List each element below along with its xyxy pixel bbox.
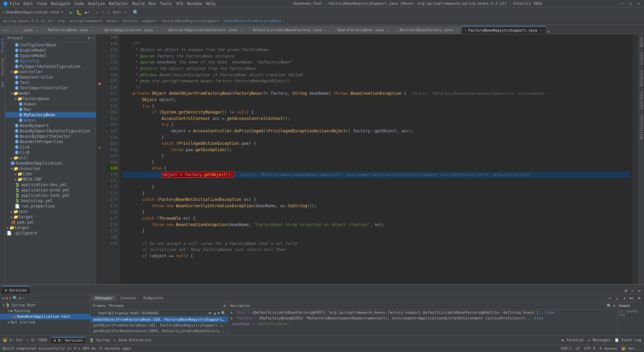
menu-view[interactable]: View (37, 1, 47, 6)
tab-abstractbeanfactory-close[interactable]: ✕ (456, 28, 458, 32)
vtab-sonarqube[interactable]: SonarQube (639, 89, 644, 112)
services-expand[interactable]: + (9, 296, 11, 300)
service-notstarted[interactable]: ▶ Not Started (0, 319, 90, 325)
tree-item-metainf[interactable]: ▶ 📁 META-INF (5, 177, 96, 182)
service-springboot[interactable]: ▼ 🍃 Spring Boot (0, 302, 90, 308)
thread-up[interactable]: ▲ (214, 311, 216, 315)
tree-item-target1[interactable]: ▶ 📁 target (5, 214, 96, 220)
tree-item-beansbyimport[interactable]: C BeansByImportSelector (5, 134, 96, 139)
code-editor[interactable]: /** * Obtain an object to expose from th… (120, 34, 633, 284)
maximize-button[interactable]: □ (628, 1, 633, 6)
menu-analyze[interactable]: Analyze (88, 1, 105, 6)
var-view-link[interactable]: View (545, 310, 554, 315)
variables-settings[interactable]: ⚙ (613, 304, 615, 308)
tree-item-cicb[interactable]: C CicB (5, 150, 96, 155)
tab-defaultlistable[interactable]: C DefaultListableBeanFactory.java ✕ (246, 26, 330, 34)
indent[interactable]: 4 spaces (599, 346, 617, 351)
tree-item-bootstrap[interactable]: 🍃 bootstrap.yml (5, 198, 96, 204)
bc-jar[interactable]: spring-beans-5.3.21.jar (3, 19, 54, 23)
bottom-close[interactable]: ✕ (636, 287, 643, 294)
tab-abstractbeanfactory[interactable]: C AbstractBeanFactory.java ✕ (392, 26, 461, 34)
vtab-maven[interactable]: Maven (639, 34, 644, 50)
menu-edit[interactable]: Edit (23, 1, 33, 6)
frame-item-2[interactable]: getObjectFromFactoryBean:101, FactoryBea… (91, 322, 228, 328)
toolbar-run-config[interactable]: ▶ DemoBootApplication-test ▾ (1, 8, 64, 16)
bc-support[interactable]: support (142, 19, 157, 23)
toolbar-git-branches[interactable]: Git: ▾ (112, 8, 128, 16)
tree-item-enablemodel[interactable]: C EnableModel (5, 48, 96, 53)
tree-item-runprops[interactable]: 📄 run.properties (5, 204, 96, 209)
menu-tools[interactable]: Tools (160, 1, 172, 6)
tree-item-i18n[interactable]: ▶ 📁 i18n (5, 171, 96, 177)
tree-item-beanbyimportauto[interactable]: C BeanByImportAutoConfiguration (5, 128, 96, 134)
debugger-step-over[interactable]: ↷ (606, 295, 613, 302)
vtab-web[interactable]: Web (0, 79, 5, 90)
event-log-tab[interactable]: 📋 Event Log (614, 338, 641, 342)
vcs-branch[interactable]: 🔱 dev... (621, 346, 641, 351)
dbg-tab-console[interactable]: Console (117, 295, 139, 301)
menu-run[interactable]: Run (149, 1, 156, 6)
bc-method[interactable]: doGetObjectFromFactoryBean (223, 19, 281, 23)
tab-1-close[interactable]: ✕ (36, 28, 38, 32)
tree-item-pomxml[interactable]: 🍂 pom.xml (5, 220, 96, 225)
java-enterprise-tab[interactable]: ☕ Java Enterprise (113, 338, 151, 342)
tab-1[interactable]: C _.java ✕ (12, 26, 41, 34)
bc-beans[interactable]: beans (106, 19, 117, 23)
breakpoint-marker[interactable]: ● (96, 80, 103, 87)
close-button[interactable]: ✕ (636, 1, 641, 6)
service-demoboot[interactable]: ■ DemoBootApplication-test (0, 314, 90, 319)
tab-springapplication[interactable]: C SpringApplication.java ✕ (97, 26, 161, 34)
debugger-step-into[interactable]: ↓ (614, 295, 621, 302)
dbg-tab-endpoints[interactable]: Endpoints (140, 295, 167, 301)
bottom-tab-services[interactable]: ⚙ Services (1, 286, 31, 294)
var-view-link[interactable]: View (534, 316, 543, 320)
tree-item-util[interactable]: ▶ 📁 util (5, 155, 96, 161)
tab-overflow[interactable]: ▾ (546, 29, 551, 34)
tab-myfactorybean-close[interactable]: ✕ (91, 28, 93, 32)
bc-class[interactable]: FactoryBeanRegistrySupport (161, 19, 219, 23)
tree-item-testimportcontroller[interactable]: C TestImportController (5, 85, 96, 91)
vtab-project[interactable]: Project (0, 36, 5, 55)
tree-item-myimport[interactable]: C MyImportAutoConfiguration (5, 64, 96, 69)
menu-refactor[interactable]: Refactor (109, 1, 128, 6)
debugger-evaluate[interactable]: ⊞ (636, 295, 643, 302)
tree-item-configinnerbean[interactable]: C ConfigInnerBean (5, 42, 96, 48)
cursor-position[interactable]: 169:1 (560, 346, 572, 351)
menu-file[interactable]: File (10, 1, 19, 6)
todo-tab[interactable]: ☐ 6: TODO (27, 338, 47, 342)
toolbar-vcs-commit[interactable]: ✓ (101, 8, 106, 16)
menu-vcs[interactable]: VCS (176, 1, 183, 6)
services-filter[interactable]: 🔍 (13, 296, 17, 300)
tree-item-man[interactable]: C Man (5, 107, 96, 112)
variables-search[interactable]: 🔍 (607, 304, 611, 308)
tab-abstractappcontext-close[interactable]: ✕ (240, 28, 242, 32)
frame-item-3[interactable]: getObjectForBeanInstance:1884, DefaultLi… (91, 328, 228, 334)
vtab-restservices[interactable]: RestServices (639, 113, 644, 142)
bc-factory[interactable]: factory (122, 19, 137, 23)
toolbar-vcs-push[interactable]: ↑ (106, 8, 111, 16)
encoding[interactable]: UTF-8 (584, 346, 595, 351)
bc-org[interactable]: org (58, 19, 65, 23)
tree-item-woman[interactable]: C Woman (5, 118, 96, 123)
menu-navigate[interactable]: Navigate (51, 1, 70, 6)
frames-settings[interactable]: ⚙ (223, 304, 226, 308)
bc-springframework[interactable]: springframework (69, 19, 102, 23)
tree-item-beanwithprops[interactable]: C BeanWithProperties (5, 139, 96, 144)
tree-item-test[interactable]: C Test (5, 80, 96, 85)
toolbar-search[interactable]: 🔍 (131, 8, 140, 16)
dbg-tab-debugger[interactable]: Debugger (92, 295, 116, 301)
tab-abstractappcontext[interactable]: C AbstractApplicationContext.java ✕ (161, 26, 246, 34)
tab-springapplication-close[interactable]: ✕ (156, 28, 158, 32)
tree-item-democontroller[interactable]: C DemoController (5, 75, 96, 80)
tree-item-controller[interactable]: ▼ 📁 controller (5, 69, 96, 75)
tree-item-target2[interactable]: ▶ 📁 target (5, 225, 96, 230)
tree-item-myfactorybean[interactable]: C MyFactoryBean (5, 112, 96, 118)
frame-item-current[interactable]: doGetObjectFromFactoryBean:169, FactoryB… (91, 317, 228, 322)
spring-tab[interactable]: 🍃 Spring (89, 338, 109, 342)
tab-factorybean-registry[interactable]: C FactoryBeanRegistrySupport.java ✕ (462, 26, 546, 34)
tab-factorybean-registry-close[interactable]: ✕ (540, 29, 542, 32)
bottom-options[interactable]: ⋯ (629, 287, 636, 294)
toolbar-coverage-button[interactable]: ▶⚡ (84, 8, 91, 16)
minimize-button[interactable]: ─ (620, 1, 625, 6)
tab-history[interactable]: ◀ ▶ (0, 26, 12, 34)
